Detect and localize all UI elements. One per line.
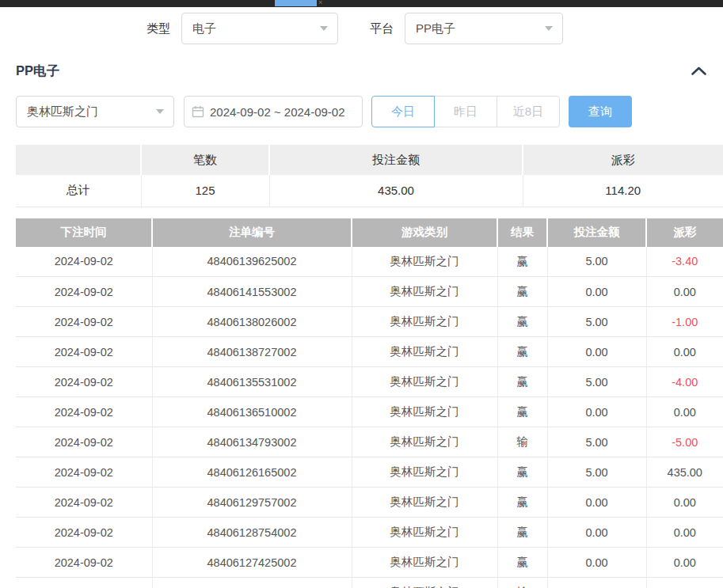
platform-label: 平台 (370, 21, 394, 36)
result-cell: 赢 (497, 247, 547, 277)
game-select-value: 奥林匹斯之门 (27, 104, 98, 119)
payout-cell: 0.00 (646, 518, 723, 548)
bet-date-cell: 2024-09-02 (16, 487, 152, 518)
bet-amount-cell: 0.00 (547, 337, 646, 367)
bet-id-cell: 48406128754002 (152, 518, 352, 548)
result-cell: 赢 (497, 337, 547, 367)
records-table-body: 2024-09-02 48406139625002 奥林匹斯之门 赢 5.00 … (16, 247, 723, 588)
last-8-days-button[interactable]: 近8日 (497, 96, 560, 127)
bet-id-cell: 48406138727002 (152, 337, 352, 367)
table-row: 2024-09-02 48406128754002 奥林匹斯之门 赢 0.00 … (16, 518, 723, 548)
bet-id-cell: 48406138026002 (152, 307, 352, 337)
game-select[interactable]: 奥林匹斯之门 (16, 96, 174, 127)
type-label: 类型 (147, 21, 170, 36)
payout-cell: 0.00 (646, 487, 723, 518)
game-category-cell: 奥林匹斯之门 (352, 427, 497, 457)
summary-header-row: 笔数 投注金额 派彩 (16, 145, 723, 175)
bet-id-cell: 48406136510002 (152, 397, 352, 427)
chevron-down-icon (156, 109, 164, 114)
payout-cell: -5.00 (646, 578, 723, 588)
chevron-down-icon (320, 26, 328, 31)
bet-date-cell: 2024-09-02 (16, 457, 152, 487)
table-row: 2024-09-02 48406139625002 奥林匹斯之门 赢 5.00 … (16, 247, 723, 277)
game-category-cell: 奥林匹斯之门 (352, 397, 497, 427)
payout-cell: -3.40 (646, 247, 723, 277)
type-select[interactable]: 电子 (181, 13, 338, 44)
header-game-category: 游戏类别 (352, 218, 497, 247)
summary-total-bet-amount: 435.00 (269, 175, 523, 207)
summary-total-label: 总计 (16, 175, 141, 207)
bet-date-cell: 2024-09-02 (16, 427, 152, 457)
payout-cell: 0.00 (646, 277, 723, 307)
result-cell: 赢 (497, 277, 547, 307)
bet-amount-cell: 5.00 (547, 457, 646, 487)
bet-amount-cell: 0.00 (547, 397, 646, 427)
bet-amount-cell: 0.00 (547, 548, 646, 578)
bet-date-cell: 2024-09-02 (16, 277, 152, 307)
payout-cell: -4.00 (646, 367, 723, 397)
bet-id-cell: 48406126165002 (152, 457, 352, 487)
result-cell: 输 (497, 578, 547, 588)
table-row: 2024-09-02 48406125316002 奥林匹斯之门 输 5.00 … (16, 578, 723, 588)
bet-date-cell: 2024-09-02 (16, 518, 152, 548)
tab-close-icon[interactable]: × (318, 0, 322, 7)
summary-header-bet-amount: 投注金额 (269, 145, 523, 175)
table-row: 2024-09-02 48406136510002 奥林匹斯之门 赢 0.00 … (16, 397, 723, 427)
calendar-icon (192, 105, 204, 118)
header-bet-amount: 投注金额 (547, 218, 646, 247)
result-cell: 赢 (497, 457, 547, 487)
bet-id-cell: 48406129757002 (152, 487, 352, 518)
header-payout: 派彩 (646, 218, 723, 247)
section-header: PP电子 (0, 63, 723, 79)
table-row: 2024-09-02 48406129757002 奥林匹斯之门 赢 0.00 … (16, 487, 723, 518)
active-tab-indicator[interactable] (275, 0, 317, 6)
bet-date-cell: 2024-09-02 (16, 337, 152, 367)
game-category-cell: 奥林匹斯之门 (352, 367, 497, 397)
result-cell: 赢 (497, 307, 547, 337)
bet-id-cell: 48406134793002 (152, 427, 352, 457)
table-row: 2024-09-02 48406138727002 奥林匹斯之门 赢 0.00 … (16, 337, 723, 367)
payout-cell: 0.00 (646, 397, 723, 427)
bet-id-cell: 48406125316002 (152, 578, 352, 588)
yesterday-button[interactable]: 昨日 (434, 96, 497, 127)
header-bet-time: 下注时间 (16, 218, 152, 247)
collapse-button[interactable] (691, 66, 707, 76)
table-row: 2024-09-02 48406134793002 奥林匹斯之门 输 5.00 … (16, 427, 723, 457)
payout-cell: 0.00 (646, 548, 723, 578)
bet-date-cell: 2024-09-02 (16, 548, 152, 578)
summary-header-payout: 派彩 (523, 145, 723, 175)
bet-id-cell: 48406135531002 (152, 367, 352, 397)
date-range-value: 2024-09-02 ~ 2024-09-02 (210, 105, 345, 119)
bet-amount-cell: 0.00 (547, 518, 646, 548)
bet-date-cell: 2024-09-02 (16, 307, 152, 337)
platform-select-value: PP电子 (416, 21, 455, 36)
game-category-cell: 奥林匹斯之门 (352, 337, 497, 367)
table-row: 2024-09-02 48406138026002 奥林匹斯之门 赢 5.00 … (16, 307, 723, 337)
summary-total-payout: 114.20 (523, 175, 723, 207)
bet-amount-cell: 5.00 (547, 307, 646, 337)
bet-amount-cell: 0.00 (547, 277, 646, 307)
filter-row: 类型 电子 平台 PP电子 (0, 13, 723, 44)
result-cell: 赢 (497, 518, 547, 548)
bet-date-cell: 2024-09-02 (16, 578, 152, 588)
section-title: PP电子 (16, 63, 59, 80)
date-range-input[interactable]: 2024-09-02 ~ 2024-09-02 (184, 96, 363, 127)
bet-id-cell: 48406127425002 (152, 548, 352, 578)
summary-header-count: 笔数 (141, 145, 269, 175)
bet-amount-cell: 5.00 (547, 427, 646, 457)
payout-cell: -1.00 (646, 307, 723, 337)
today-button[interactable]: 今日 (371, 96, 435, 127)
game-category-cell: 奥林匹斯之门 (352, 457, 497, 487)
platform-select[interactable]: PP电子 (405, 13, 563, 44)
header-bet-id: 注单编号 (152, 218, 352, 247)
bet-date-cell: 2024-09-02 (16, 397, 152, 427)
result-cell: 赢 (497, 548, 547, 578)
table-row: 2024-09-02 48406127425002 奥林匹斯之门 赢 0.00 … (16, 548, 723, 578)
chevron-down-icon (545, 26, 553, 31)
payout-cell: 0.00 (646, 337, 723, 367)
summary-total-count: 125 (141, 175, 269, 207)
browser-tab-strip: × (0, 0, 723, 7)
quick-date-button-group: 今日 昨日 近8日 (371, 96, 560, 127)
search-button[interactable]: 查询 (569, 96, 632, 127)
bet-amount-cell: 5.00 (547, 247, 646, 277)
